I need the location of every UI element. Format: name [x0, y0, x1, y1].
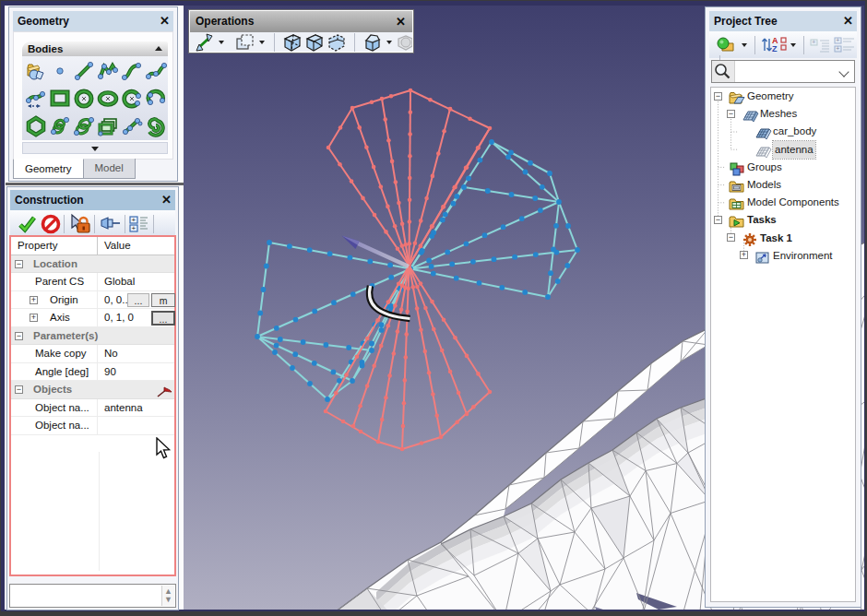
svg-text:+: +: [132, 224, 137, 232]
svg-text:+: +: [836, 37, 839, 43]
svg-text:Z: Z: [772, 44, 778, 53]
svg-text:+: +: [836, 45, 839, 52]
svg-text:+: +: [812, 39, 815, 45]
svg-text:+: +: [132, 216, 137, 224]
